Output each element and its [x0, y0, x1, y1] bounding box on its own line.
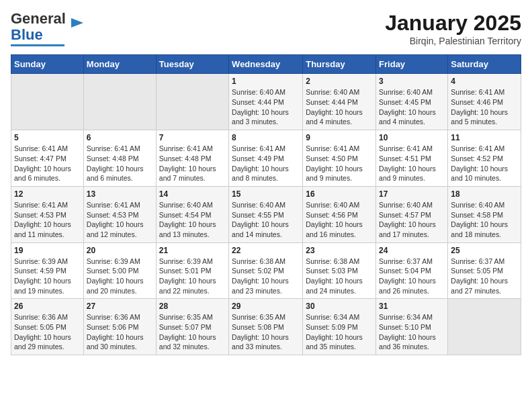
- calendar-cell: 6 Sunrise: 6:41 AM Sunset: 4:48 PM Dayli…: [83, 130, 156, 187]
- calendar-cell: 27 Sunrise: 6:36 AM Sunset: 5:06 PM Dayl…: [83, 299, 156, 355]
- daylight-text: Daylight: 10 hours and 7 minutes.: [159, 165, 216, 183]
- title-block: January 2025 Birqin, Palestinian Territo…: [385, 11, 521, 46]
- daylight-text: Daylight: 10 hours and 9 minutes.: [379, 165, 436, 183]
- header-friday: Friday: [376, 55, 448, 74]
- calendar-cell: 12 Sunrise: 6:41 AM Sunset: 4:53 PM Dayl…: [11, 186, 84, 242]
- day-info: Sunrise: 6:38 AM Sunset: 5:02 PM Dayligh…: [232, 257, 300, 296]
- sunrise-text: Sunrise: 6:35 AM: [232, 313, 285, 321]
- day-number: 10: [379, 133, 445, 142]
- day-number: 31: [379, 302, 445, 311]
- sunrise-text: Sunrise: 6:39 AM: [87, 257, 140, 265]
- sunrise-text: Sunrise: 6:41 AM: [87, 144, 140, 152]
- sunrise-text: Sunrise: 6:34 AM: [379, 313, 433, 321]
- page-header: General Blue January 2025 Birqin, Palest…: [11, 11, 521, 46]
- sunrise-text: Sunrise: 6:41 AM: [159, 144, 213, 152]
- svg-marker-0: [71, 18, 83, 28]
- day-number: 14: [159, 189, 226, 199]
- day-number: 6: [87, 133, 153, 142]
- sunrise-text: Sunrise: 6:34 AM: [306, 313, 359, 321]
- calendar-cell: 16 Sunrise: 6:40 AM Sunset: 4:56 PM Dayl…: [303, 186, 376, 242]
- daylight-text: Daylight: 10 hours and 14 minutes.: [232, 220, 289, 238]
- daylight-text: Daylight: 10 hours and 20 minutes.: [87, 277, 144, 295]
- calendar-week-3: 12 Sunrise: 6:41 AM Sunset: 4:53 PM Dayl…: [11, 186, 521, 242]
- daylight-text: Daylight: 10 hours and 24 minutes.: [306, 277, 363, 295]
- day-number: 8: [232, 133, 300, 142]
- calendar-cell: 18 Sunrise: 6:40 AM Sunset: 4:58 PM Dayl…: [448, 186, 521, 242]
- day-info: Sunrise: 6:41 AM Sunset: 4:51 PM Dayligh…: [379, 144, 445, 183]
- day-info: Sunrise: 6:37 AM Sunset: 5:04 PM Dayligh…: [379, 257, 445, 296]
- logo-general: General: [11, 10, 66, 27]
- day-number: 30: [306, 302, 373, 311]
- day-info: Sunrise: 6:41 AM Sunset: 4:48 PM Dayligh…: [159, 144, 226, 183]
- calendar-cell: 1 Sunrise: 6:40 AM Sunset: 4:44 PM Dayli…: [229, 74, 303, 130]
- sunset-text: Sunset: 4:54 PM: [159, 211, 212, 219]
- day-info: Sunrise: 6:36 AM Sunset: 5:06 PM Dayligh…: [87, 312, 153, 352]
- day-info: Sunrise: 6:39 AM Sunset: 5:01 PM Dayligh…: [159, 257, 226, 296]
- daylight-text: Daylight: 10 hours and 6 minutes.: [87, 165, 144, 183]
- calendar-cell: 20 Sunrise: 6:39 AM Sunset: 5:00 PM Dayl…: [83, 242, 156, 299]
- calendar-cell: 17 Sunrise: 6:40 AM Sunset: 4:57 PM Dayl…: [376, 186, 448, 242]
- daylight-text: Daylight: 10 hours and 17 minutes.: [379, 220, 436, 238]
- daylight-text: Daylight: 10 hours and 27 minutes.: [451, 277, 508, 295]
- calendar-cell: 29 Sunrise: 6:35 AM Sunset: 5:08 PM Dayl…: [229, 299, 303, 355]
- day-number: 18: [451, 189, 518, 199]
- sunrise-text: Sunrise: 6:41 AM: [379, 144, 433, 152]
- sunrise-text: Sunrise: 6:39 AM: [159, 257, 213, 265]
- sunset-text: Sunset: 4:55 PM: [232, 211, 284, 219]
- day-number: 27: [87, 302, 153, 311]
- sunset-text: Sunset: 4:51 PM: [379, 154, 431, 163]
- daylight-text: Daylight: 10 hours and 29 minutes.: [14, 333, 71, 351]
- day-info: Sunrise: 6:34 AM Sunset: 5:09 PM Dayligh…: [306, 312, 373, 352]
- day-number: 23: [306, 246, 373, 255]
- sunset-text: Sunset: 4:52 PM: [451, 154, 503, 163]
- sunset-text: Sunset: 5:05 PM: [451, 267, 503, 275]
- day-number: 22: [232, 246, 300, 255]
- day-info: Sunrise: 6:34 AM Sunset: 5:10 PM Dayligh…: [379, 312, 445, 352]
- daylight-text: Daylight: 10 hours and 4 minutes.: [306, 108, 363, 126]
- day-info: Sunrise: 6:40 AM Sunset: 4:54 PM Dayligh…: [159, 200, 226, 240]
- day-number: 20: [87, 246, 153, 255]
- sunrise-text: Sunrise: 6:40 AM: [306, 201, 359, 209]
- sunrise-text: Sunrise: 6:36 AM: [14, 313, 68, 321]
- calendar-week-4: 19 Sunrise: 6:39 AM Sunset: 4:59 PM Dayl…: [11, 242, 521, 299]
- logo-underline: [11, 44, 64, 46]
- day-info: Sunrise: 6:38 AM Sunset: 5:03 PM Dayligh…: [306, 257, 373, 296]
- calendar-cell: 25 Sunrise: 6:37 AM Sunset: 5:05 PM Dayl…: [448, 242, 521, 299]
- sunset-text: Sunset: 5:10 PM: [379, 323, 431, 331]
- calendar-week-5: 26 Sunrise: 6:36 AM Sunset: 5:05 PM Dayl…: [11, 299, 521, 355]
- daylight-text: Daylight: 10 hours and 33 minutes.: [232, 333, 289, 351]
- sunrise-text: Sunrise: 6:35 AM: [159, 313, 213, 321]
- sunset-text: Sunset: 4:53 PM: [87, 211, 139, 219]
- calendar-cell: 10 Sunrise: 6:41 AM Sunset: 4:51 PM Dayl…: [376, 130, 448, 187]
- sunrise-text: Sunrise: 6:41 AM: [14, 201, 68, 209]
- day-number: 15: [232, 189, 300, 199]
- day-number: 2: [306, 77, 373, 86]
- day-number: 28: [159, 302, 226, 311]
- calendar-cell: [11, 74, 84, 130]
- calendar-cell: 23 Sunrise: 6:38 AM Sunset: 5:03 PM Dayl…: [303, 242, 376, 299]
- calendar-cell: 14 Sunrise: 6:40 AM Sunset: 4:54 PM Dayl…: [156, 186, 228, 242]
- daylight-text: Daylight: 10 hours and 36 minutes.: [379, 333, 436, 351]
- sunrise-text: Sunrise: 6:41 AM: [306, 144, 359, 152]
- calendar-week-1: 1 Sunrise: 6:40 AM Sunset: 4:44 PM Dayli…: [11, 74, 521, 130]
- day-info: Sunrise: 6:40 AM Sunset: 4:45 PM Dayligh…: [379, 87, 445, 127]
- sunset-text: Sunset: 4:58 PM: [451, 211, 503, 219]
- sunrise-text: Sunrise: 6:38 AM: [306, 257, 359, 265]
- day-info: Sunrise: 6:40 AM Sunset: 4:58 PM Dayligh…: [451, 200, 518, 240]
- calendar-cell: 15 Sunrise: 6:40 AM Sunset: 4:55 PM Dayl…: [229, 186, 303, 242]
- calendar-cell: 19 Sunrise: 6:39 AM Sunset: 4:59 PM Dayl…: [11, 242, 84, 299]
- calendar-week-2: 5 Sunrise: 6:41 AM Sunset: 4:47 PM Dayli…: [11, 130, 521, 187]
- sunrise-text: Sunrise: 6:40 AM: [379, 201, 433, 209]
- sunset-text: Sunset: 4:46 PM: [451, 98, 503, 106]
- day-number: 5: [14, 133, 81, 142]
- calendar-cell: 7 Sunrise: 6:41 AM Sunset: 4:48 PM Dayli…: [156, 130, 228, 187]
- daylight-text: Daylight: 10 hours and 6 minutes.: [14, 165, 71, 183]
- sunset-text: Sunset: 4:56 PM: [306, 211, 358, 219]
- header-sunday: Sunday: [11, 55, 84, 74]
- sunset-text: Sunset: 4:45 PM: [379, 98, 431, 106]
- daylight-text: Daylight: 10 hours and 16 minutes.: [306, 220, 363, 238]
- sunset-text: Sunset: 4:53 PM: [14, 211, 66, 219]
- day-number: 25: [451, 246, 518, 255]
- sunrise-text: Sunrise: 6:38 AM: [232, 257, 285, 265]
- sunrise-text: Sunrise: 6:41 AM: [232, 144, 285, 152]
